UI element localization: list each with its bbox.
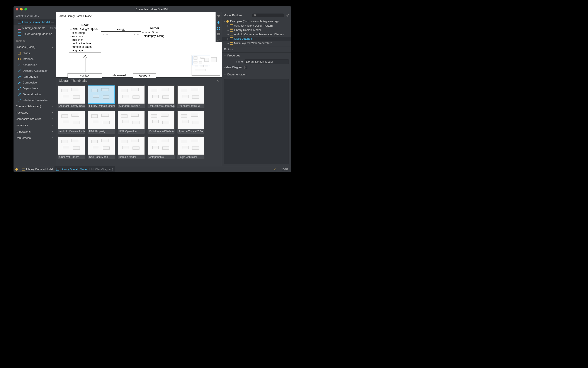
tool-category[interactable]: Robustness▼ xyxy=(14,135,56,141)
documentation-header[interactable]: ▼ Documentation xyxy=(222,72,291,77)
maximize-window-button[interactable] xyxy=(24,8,27,10)
search-input[interactable] xyxy=(252,14,284,17)
documentation-textarea[interactable] xyxy=(224,79,289,164)
thumbnail-preview xyxy=(147,85,175,104)
close-window-button[interactable] xyxy=(16,8,18,10)
thumbnail-item[interactable]: UML Property xyxy=(88,111,115,134)
chevron-right-icon[interactable]: ▶ xyxy=(227,42,229,44)
thumbnail-preview xyxy=(58,111,85,129)
association-label: +borrowed xyxy=(112,74,126,77)
thumbnail-item[interactable]: Use Case Model xyxy=(88,137,115,159)
tool-item-agg[interactable]: Aggregation xyxy=(14,74,56,80)
tool-item-interface[interactable]: Interface xyxy=(14,56,56,62)
tool-category[interactable]: Classes (Advanced)▼ xyxy=(14,103,56,110)
thumbnail-label: Library Domain Model xyxy=(88,104,115,108)
extension-icon[interactable] xyxy=(217,14,220,18)
properties-header[interactable]: ▼ Properties xyxy=(222,53,291,58)
multiplicity-label: 1..* xyxy=(103,34,108,37)
thumbnail-item[interactable]: Multi-Layered Web Arch xyxy=(147,111,175,134)
minimap[interactable] xyxy=(191,55,220,76)
model-icon xyxy=(22,168,25,171)
tool-item-class[interactable]: Class xyxy=(14,50,56,56)
zoom-level[interactable]: 100% xyxy=(279,168,291,171)
chevron-right-icon[interactable]: ▶ xyxy=(227,25,229,27)
tool-category[interactable]: Classes (Basic) ▲ xyxy=(14,44,56,50)
association-line[interactable] xyxy=(101,31,141,32)
tree-item[interactable]: ▼ Examples (from www.uml-diagrams.org) xyxy=(222,19,291,24)
thumbnail-item[interactable]: Library Domain Model xyxy=(88,85,115,108)
tree-item[interactable]: ▶Library Domain Model xyxy=(222,28,291,32)
thumbnail-item[interactable]: StandardProfileL2 xyxy=(118,85,145,108)
uml-class-author[interactable]: Author +name: String+biography: String xyxy=(141,26,168,38)
tree-item[interactable]: ▶Android Camera Implementation Classes xyxy=(222,32,291,37)
tool-item-dep[interactable]: Dependency xyxy=(14,85,56,91)
thumbnail-item[interactable]: Login Controller xyxy=(177,137,204,159)
thumbnail-item[interactable]: Domain Model xyxy=(118,137,145,159)
multiplicity-label: 1..* xyxy=(134,34,139,37)
thumbnail-item[interactable]: UML Operation xyxy=(118,111,145,134)
tool-category[interactable]: Instances▼ xyxy=(14,122,56,129)
uml-class-book[interactable]: Book +ISBN: String[0..1] {id}+title: Str… xyxy=(69,23,101,53)
markdown-icon[interactable]: M↓ xyxy=(217,33,220,36)
tool-item-ireal[interactable]: Interface Realization xyxy=(14,97,56,103)
thumbnail-label: Use Case Model xyxy=(88,155,115,159)
tree-item[interactable]: ▶Class Diagram xyxy=(222,37,291,41)
gear-icon[interactable] xyxy=(286,14,289,17)
diagram-frame-label: class Library Domain Model xyxy=(58,14,94,18)
thumbnail-preview xyxy=(88,85,115,104)
uml-class-account[interactable]: Account xyxy=(133,73,156,78)
working-diagram-item[interactable]: Library Domain Model — Lib xyxy=(14,19,56,25)
thumbnail-preview xyxy=(58,137,85,155)
titlebar[interactable]: Examples.mdj — StarUML xyxy=(14,6,291,12)
thumbnail-item[interactable]: Components xyxy=(147,137,175,159)
tree-item[interactable]: ▶Multi-Layered Web Architecture xyxy=(222,41,291,45)
thumbnail-item[interactable]: Abstract Factory Design xyxy=(58,85,85,108)
tool-item-gen[interactable]: Generalization xyxy=(14,91,56,97)
breadcrumb-project[interactable] xyxy=(14,166,20,172)
default-diagram-checkbox[interactable]: ✓ xyxy=(244,66,247,69)
tool-item-assoc[interactable]: Association xyxy=(14,62,56,68)
move-icon[interactable] xyxy=(217,20,220,24)
working-diagrams-header: Working Diagrams xyxy=(14,12,56,19)
thumbnail-item[interactable]: Observer Pattern xyxy=(58,137,85,159)
tree-item[interactable]: ▶Abstract Factory Design Pattern xyxy=(222,24,291,28)
thumbnail-item[interactable]: Robustness Stereotype xyxy=(147,85,175,108)
chevron-right-icon[interactable]: ▶ xyxy=(227,38,229,40)
diagram-icon xyxy=(18,27,21,30)
tool-item-comp[interactable]: Composition xyxy=(14,80,56,85)
diagram-canvas[interactable]: class Library Domain Model Book +ISBN: S… xyxy=(56,12,222,78)
uml-class-entity[interactable]: «entity» xyxy=(68,73,102,78)
chevron-right-icon[interactable]: ▶ xyxy=(227,29,229,31)
chevron-down-icon: ▼ xyxy=(52,131,54,133)
tool-item-dassoc[interactable]: Directed Association xyxy=(14,68,56,74)
close-button[interactable]: ✕ xyxy=(217,79,219,83)
thumbnail-preview xyxy=(177,111,204,129)
chevron-down-icon[interactable]: ▼ xyxy=(223,20,225,22)
thumbnail-item[interactable]: StandardProfileL3 xyxy=(177,85,204,108)
share-icon[interactable] xyxy=(217,39,220,42)
grid-icon[interactable] xyxy=(217,27,220,30)
working-diagram-item[interactable]: submit_comments — Submi xyxy=(14,25,56,31)
breadcrumb-diagram[interactable]: Library Domain Model [UMLClassDiagram] xyxy=(54,166,115,172)
diagram-icon xyxy=(18,21,21,24)
window-controls xyxy=(16,8,27,10)
chevron-right-icon[interactable]: ▶ xyxy=(227,34,229,36)
property-name-input[interactable] xyxy=(244,59,289,64)
chevron-down-icon: ▼ xyxy=(52,124,54,127)
svg-rect-20 xyxy=(22,168,25,171)
thumbnail-item[interactable]: Android Camera Imple xyxy=(58,111,85,134)
minimize-window-button[interactable] xyxy=(20,8,23,10)
tool-category[interactable]: Composite Structure▼ xyxy=(14,116,56,122)
tool-category[interactable]: Annotations▼ xyxy=(14,129,56,135)
tool-category[interactable]: Packages▼ xyxy=(14,110,56,116)
working-diagram-item[interactable]: Ticket Vending Machine — T xyxy=(14,31,56,37)
right-panel: Model Explorer ▼ Examples (from www.uml-… xyxy=(222,12,291,166)
thumbnail-item[interactable]: Apache Tomcat 7 Serve xyxy=(177,111,204,134)
svg-rect-17 xyxy=(230,37,233,40)
left-panel: Working Diagrams Library Domain Model — … xyxy=(14,12,56,166)
warning-icon[interactable]: ⚠ xyxy=(272,168,279,171)
ireal-icon xyxy=(18,99,21,102)
breadcrumb-model[interactable]: Library Domain Model xyxy=(20,166,54,172)
minimap-viewport[interactable] xyxy=(192,55,210,65)
interface-icon xyxy=(18,57,21,61)
